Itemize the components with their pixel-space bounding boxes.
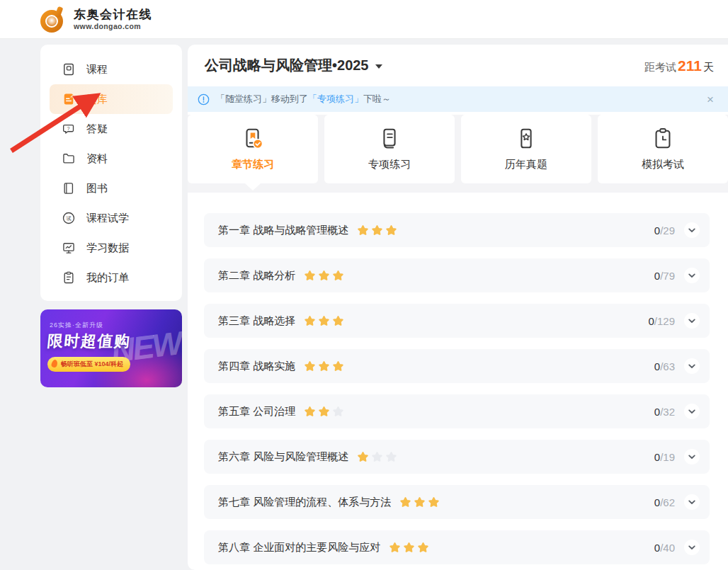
expand-chevron-icon[interactable] xyxy=(683,267,700,284)
star-empty-icon xyxy=(385,451,397,463)
progress-count: 0/32 xyxy=(654,406,675,418)
trial-icon: 试 xyxy=(62,211,76,225)
difficulty-stars xyxy=(399,496,440,508)
difficulty-stars xyxy=(357,451,397,463)
star-filled-icon xyxy=(389,542,401,554)
sidebar-item-label: 图书 xyxy=(86,182,108,195)
chapter-row-2[interactable]: 第三章 战略选择 0/129 xyxy=(204,304,710,338)
tab-0[interactable]: 章节练习 xyxy=(188,115,318,183)
question-bank-icon xyxy=(62,92,76,106)
sidebar-item-6[interactable]: 学习数据 xyxy=(50,233,173,263)
progress-count: 0/19 xyxy=(654,451,675,463)
chevron-down-icon xyxy=(375,64,382,69)
star-filled-icon xyxy=(414,496,426,508)
sidebar-item-5[interactable]: 试 课程试学 xyxy=(50,203,173,233)
course-selector[interactable]: 公司战略与风险管理•2025 xyxy=(205,56,382,75)
chapter-row-0[interactable]: 第一章 战略与战略管理概述 0/29 xyxy=(204,213,710,247)
dongao-logo-icon xyxy=(39,5,67,33)
expand-chevron-icon[interactable] xyxy=(683,358,700,375)
tab-2[interactable]: 历年真题 xyxy=(461,115,591,183)
chapter-title: 第七章 风险管理的流程、体系与方法 xyxy=(218,496,391,509)
notice-link[interactable]: 「专项练习」 xyxy=(308,93,363,104)
star-filled-icon xyxy=(318,270,330,282)
difficulty-stars xyxy=(304,270,344,282)
star-empty-icon xyxy=(332,406,344,418)
difficulty-stars xyxy=(304,406,344,418)
difficulty-stars xyxy=(304,315,344,327)
expand-chevron-icon[interactable] xyxy=(683,222,700,239)
sidebar-item-0[interactable]: 课程 xyxy=(50,55,173,84)
star-filled-icon xyxy=(304,406,316,418)
star-filled-icon xyxy=(357,224,369,236)
progress-count: 0/62 xyxy=(654,496,675,508)
chapter-row-7[interactable]: 第八章 企业面对的主要风险与应对 0/40 xyxy=(204,530,710,564)
chapter-title: 第四章 战略实施 xyxy=(218,360,295,373)
star-filled-icon xyxy=(318,360,330,372)
star-filled-icon xyxy=(318,315,330,327)
expand-chevron-icon[interactable] xyxy=(683,448,700,465)
progress-count: 0/129 xyxy=(648,315,675,327)
star-filled-icon xyxy=(371,224,383,236)
sidebar-item-label: 答疑 xyxy=(86,122,108,136)
sidebar-item-7[interactable]: 我的订单 xyxy=(50,263,173,292)
qa-bubble-icon: ? xyxy=(62,122,76,136)
past-exam-icon xyxy=(514,127,538,151)
notice-banner: 「随堂练习」移动到了「专项练习」下啦～ × xyxy=(188,86,728,112)
sidebar-item-1[interactable]: 题库 xyxy=(50,84,173,114)
star-filled-icon xyxy=(332,315,344,327)
promo-banner[interactable]: NEW 26实操·全新升级 限时超值购 畅听班低至 ¥104/科起 xyxy=(40,309,182,387)
practice-tabs: 章节练习 专项练习 历年真题 模拟考试 xyxy=(188,115,728,193)
tab-label: 历年真题 xyxy=(505,158,547,171)
tab-label: 模拟考试 xyxy=(642,158,684,171)
sidebar-item-label: 我的订单 xyxy=(86,271,129,285)
star-filled-icon xyxy=(417,542,429,554)
star-filled-icon xyxy=(399,496,411,508)
sidebar-item-label: 课程 xyxy=(86,63,108,76)
star-filled-icon xyxy=(332,360,344,372)
chapter-row-5[interactable]: 第六章 风险与风险管理概述 0/19 xyxy=(204,440,710,474)
info-icon xyxy=(198,93,210,106)
chapter-list: 第一章 战略与战略管理概述 0/29 第二章 战略分析 0/79 xyxy=(204,213,710,564)
star-empty-icon xyxy=(371,451,383,463)
main-panel: 公司战略与风险管理•2025 距考试 211 天 「随堂练习」移动到了「专项练习… xyxy=(188,45,728,570)
expand-chevron-icon[interactable] xyxy=(683,403,700,420)
logo-title: 东奥会计在线 xyxy=(74,8,152,22)
star-filled-icon xyxy=(403,542,415,554)
chapter-practice-icon xyxy=(241,127,265,151)
main-header: 公司战略与风险管理•2025 距考试 211 天 xyxy=(188,45,728,86)
difficulty-stars xyxy=(357,224,397,236)
chapter-row-6[interactable]: 第七章 风险管理的流程、体系与方法 0/62 xyxy=(204,485,710,519)
sidebar-item-4[interactable]: 图书 xyxy=(50,173,173,203)
chapter-title: 第六章 风险与风险管理概述 xyxy=(218,450,348,464)
chapter-title: 第一章 战略与战略管理概述 xyxy=(218,224,348,237)
tab-1[interactable]: 专项练习 xyxy=(324,115,455,183)
topbar: 东奥会计在线 www.dongao.com xyxy=(0,0,728,39)
chapter-row-3[interactable]: 第四章 战略实施 0/63 xyxy=(204,349,710,383)
sidebar-item-label: 题库 xyxy=(86,93,108,106)
expand-chevron-icon[interactable] xyxy=(683,312,700,329)
tab-label: 章节练习 xyxy=(232,158,274,171)
sidebar-item-3[interactable]: 资料 xyxy=(50,144,173,173)
expand-chevron-icon[interactable] xyxy=(683,539,700,556)
chapter-row-4[interactable]: 第五章 公司治理 0/32 xyxy=(204,394,710,428)
svg-text:?: ? xyxy=(67,126,70,131)
difficulty-stars xyxy=(304,360,344,372)
special-practice-icon xyxy=(377,127,402,151)
chapter-row-1[interactable]: 第二章 战略分析 0/79 xyxy=(204,258,710,292)
difficulty-stars xyxy=(389,542,429,554)
chapter-title: 第八章 企业面对的主要风险与应对 xyxy=(218,541,380,554)
progress-count: 0/63 xyxy=(654,360,675,372)
close-icon[interactable]: × xyxy=(704,92,717,107)
promo-title: 限时超值购 xyxy=(46,331,132,352)
chapter-title: 第三章 战略选择 xyxy=(218,314,295,328)
svg-text:试: 试 xyxy=(66,216,71,222)
sidebar: 课程 题库 ? 答疑 资料 图书 试 课程试学 学习数据 我的订单 xyxy=(40,45,182,301)
sidebar-item-label: 资料 xyxy=(86,152,108,166)
course-book-icon xyxy=(62,62,76,76)
logo-subtitle: www.dongao.com xyxy=(74,22,152,30)
sidebar-item-2[interactable]: ? 答疑 xyxy=(50,114,173,144)
expand-chevron-icon[interactable] xyxy=(683,494,700,511)
exam-countdown: 距考试 211 天 xyxy=(644,57,714,74)
tab-3[interactable]: 模拟考试 xyxy=(598,115,728,183)
dongao-logo[interactable]: 东奥会计在线 www.dongao.com xyxy=(39,5,152,33)
